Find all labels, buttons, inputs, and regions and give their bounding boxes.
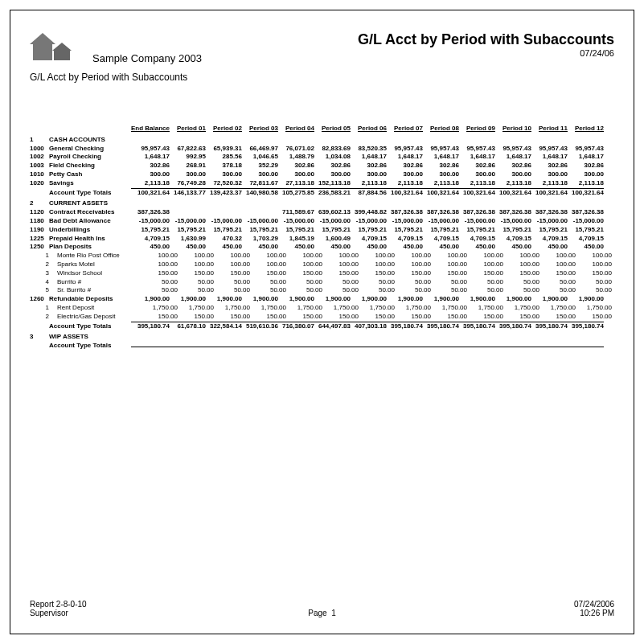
footer-report: Report 2-8-0-10 bbox=[30, 600, 87, 609]
account-desc: Petty Cash bbox=[49, 170, 131, 179]
svg-marker-2 bbox=[52, 43, 72, 51]
svg-marker-0 bbox=[30, 33, 55, 44]
footer-page: Page 1 bbox=[30, 609, 614, 617]
account-desc: Sparks Motel bbox=[51, 260, 139, 269]
account-desc: Sr. Burrito # bbox=[51, 286, 139, 295]
col-period-1: Period 01 bbox=[170, 125, 206, 133]
account-desc: Rent Deposit bbox=[51, 304, 139, 313]
account-desc: Prepaid Health Ins bbox=[49, 235, 131, 244]
col-period-5: Period 05 bbox=[314, 125, 351, 133]
account-type-totals: Account Type Totals bbox=[49, 342, 131, 351]
col-period-3: Period 03 bbox=[242, 125, 278, 133]
account-desc: Electric/Gas Deposit bbox=[51, 313, 139, 322]
report-header: Sample Company 2003 G/L Acct by Period w… bbox=[30, 28, 614, 99]
col-period-4: Period 04 bbox=[278, 125, 314, 133]
account-desc: Windsor School bbox=[51, 269, 139, 278]
svg-rect-1 bbox=[33, 44, 52, 60]
section-title: 2CURRENT ASSETS bbox=[30, 199, 614, 208]
account-desc: Refundable Deposits bbox=[49, 295, 131, 304]
report-title: G/L Acct by Period with Subaccounts bbox=[358, 31, 614, 48]
account-desc: Monte Rio Post Office bbox=[51, 252, 139, 260]
account-desc: General Checking bbox=[49, 145, 131, 154]
col-period-9: Period 09 bbox=[459, 125, 495, 133]
col-end-balance: End Balance bbox=[131, 125, 170, 133]
report-footer: Report 2-8-0-10 07/24/2006 Supervisor Pa… bbox=[30, 600, 614, 617]
section-title: 3WIP ASSETS bbox=[30, 333, 614, 342]
col-period-6: Period 06 bbox=[351, 125, 387, 133]
col-period-2: Period 02 bbox=[206, 125, 242, 133]
svg-rect-3 bbox=[54, 51, 70, 60]
account-desc: Payroll Checking bbox=[49, 153, 131, 162]
report-page: Sample Company 2003 G/L Acct by Period w… bbox=[10, 10, 634, 634]
report-grid: End BalancePeriod 01Period 02Period 03Pe… bbox=[30, 125, 614, 351]
account-desc: Bad Debt Allowance bbox=[49, 217, 131, 226]
account-desc: Underbillings bbox=[49, 226, 131, 235]
account-desc: Field Checking bbox=[49, 162, 131, 170]
col-period-7: Period 07 bbox=[387, 125, 423, 133]
report-title-date: 07/24/06 bbox=[358, 48, 614, 58]
report-subtitle: G/L Acct by Period with Subaccounts bbox=[30, 72, 187, 83]
account-desc: Savings bbox=[49, 179, 131, 188]
account-type-totals: Account Type Totals bbox=[49, 322, 131, 331]
section-title: 1CASH ACCOUNTS bbox=[30, 136, 614, 145]
company-name: Sample Company 2003 bbox=[92, 52, 202, 64]
company-logo-icon bbox=[30, 28, 88, 67]
account-desc: Burrito # bbox=[51, 278, 139, 287]
col-period-8: Period 08 bbox=[423, 125, 459, 133]
col-period-12: Period 12 bbox=[568, 125, 604, 133]
account-type-totals: Account Type Totals bbox=[49, 189, 131, 198]
account-desc: Plan Deposits bbox=[49, 243, 131, 252]
account-desc: Contract Receivables bbox=[49, 208, 131, 217]
col-period-11: Period 11 bbox=[531, 125, 568, 133]
footer-date: 07/24/2006 bbox=[574, 600, 614, 609]
col-period-10: Period 10 bbox=[495, 125, 531, 133]
